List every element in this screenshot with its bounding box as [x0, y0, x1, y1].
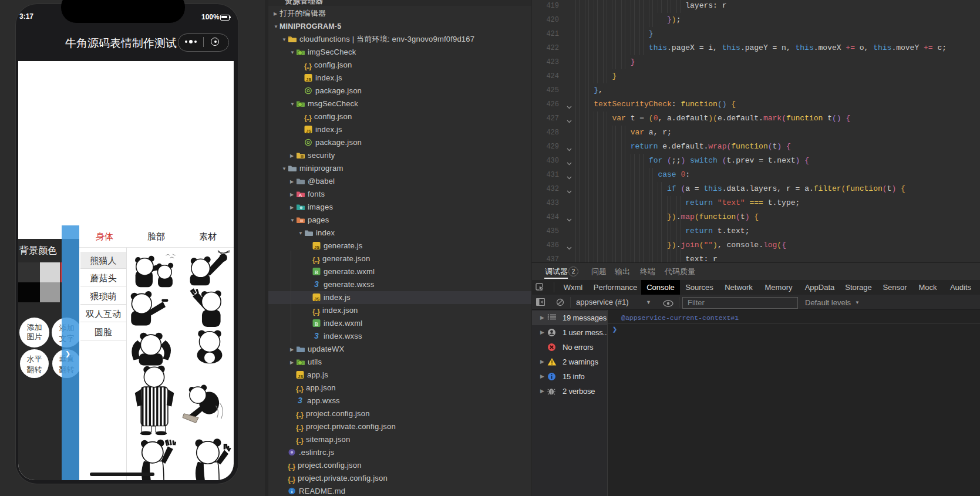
svg-text:3: 3 [314, 331, 319, 340]
svg-text:JS: JS [314, 296, 320, 302]
svg-text:JS: JS [298, 374, 304, 379]
svg-text:JS: JS [306, 129, 312, 134]
svg-text:3: 3 [314, 279, 319, 288]
svg-text:B: B [315, 269, 318, 275]
svg-text:JS: JS [306, 77, 312, 82]
svg-text:B: B [315, 321, 318, 327]
svg-text:JS: JS [314, 245, 320, 250]
svg-text:i: i [291, 488, 293, 494]
svg-text:3: 3 [298, 396, 302, 404]
svg-text:A: A [299, 193, 302, 198]
